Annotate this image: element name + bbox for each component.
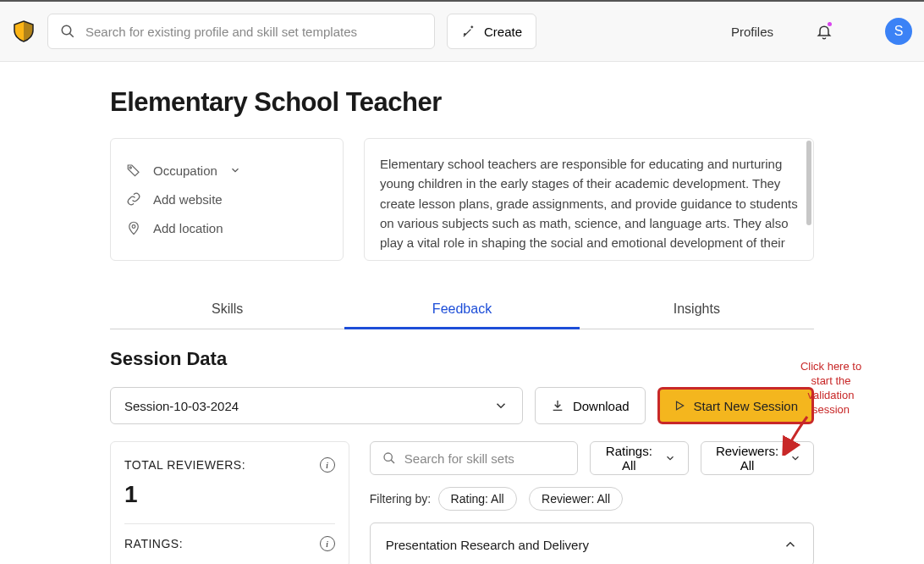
session-select-value: Session-10-03-2024 <box>124 399 239 413</box>
search-icon <box>382 451 396 465</box>
svg-point-3 <box>132 225 135 229</box>
link-icon <box>126 191 141 207</box>
skill-item-label: Presentation Research and Delivery <box>386 538 589 552</box>
download-label: Download <box>573 399 630 413</box>
ratings-filter-label: Ratings: All <box>602 444 656 473</box>
start-new-session-label: Start New Session <box>694 399 798 413</box>
chevron-down-icon <box>493 398 509 413</box>
skill-accordion-item[interactable]: Presentation Research and Delivery <box>370 523 814 564</box>
filter-chips-row: Filtering by: Rating: All Reviewer: All <box>370 487 814 511</box>
nav-profiles[interactable]: Profiles <box>731 25 773 39</box>
session-data-heading: Session Data <box>110 348 814 370</box>
global-search-input[interactable] <box>85 25 422 39</box>
description-text: Elementary school teachers are responsib… <box>380 157 798 250</box>
add-website-label: Add website <box>153 192 223 207</box>
ratings-label: RATINGS: <box>124 537 183 550</box>
info-icon[interactable]: i <box>320 536 335 551</box>
add-website-button[interactable]: Add website <box>126 185 327 213</box>
info-icon[interactable]: i <box>320 457 335 473</box>
filter-chip-reviewer[interactable]: Reviewer: All <box>529 487 623 511</box>
tab-bar: Skills Feedback Insights <box>110 291 814 329</box>
filtering-by-label: Filtering by: <box>370 492 431 506</box>
session-select[interactable]: Session-10-03-2024 <box>110 387 523 424</box>
filter-chip-rating[interactable]: Rating: All <box>438 487 517 511</box>
create-button-label: Create <box>484 25 522 39</box>
svg-point-2 <box>129 167 131 169</box>
svg-line-1 <box>69 33 74 37</box>
create-button[interactable]: Create <box>447 14 536 49</box>
occupation-label: Occupation <box>153 163 217 178</box>
app-logo <box>12 19 36 43</box>
description-card: Elementary school teachers are responsib… <box>364 138 814 261</box>
description-scrollbar[interactable] <box>806 141 811 225</box>
chevron-down-icon <box>664 452 676 464</box>
svg-point-5 <box>384 453 392 461</box>
svg-point-0 <box>62 25 71 35</box>
chevron-down-icon <box>229 164 241 176</box>
stats-card: TOTAL REVIEWERS: i 1 RATINGS: i <box>110 441 349 564</box>
notifications-button[interactable] <box>816 23 833 40</box>
skill-search-input[interactable] <box>404 451 565 466</box>
page-title: Elementary School Teacher <box>110 87 814 118</box>
total-reviewers-label: TOTAL REVIEWERS: <box>124 458 245 472</box>
occupation-field[interactable]: Occupation <box>126 156 327 185</box>
magic-wand-icon <box>461 25 476 39</box>
callout-arrow-icon <box>780 413 814 456</box>
tab-insights[interactable]: Insights <box>580 291 814 329</box>
play-icon <box>674 400 685 412</box>
chevron-up-icon <box>783 537 798 552</box>
tag-icon <box>126 163 141 178</box>
total-reviewers-value: 1 <box>124 481 335 508</box>
meta-card: Occupation Add website Add location <box>110 138 344 261</box>
callout-text: Click here to start the validation sessi… <box>789 360 873 417</box>
reviewers-filter-label: Reviewers: All <box>713 444 781 473</box>
add-location-label: Add location <box>153 221 223 235</box>
ratings-filter-button[interactable]: Ratings: All <box>590 441 689 475</box>
svg-marker-4 <box>676 401 683 409</box>
add-location-button[interactable]: Add location <box>126 213 327 242</box>
search-icon <box>60 24 75 39</box>
svg-line-6 <box>391 460 394 463</box>
top-bar: Create Profiles S <box>0 0 924 62</box>
tab-feedback[interactable]: Feedback <box>344 291 579 329</box>
download-icon <box>551 399 564 412</box>
global-search[interactable] <box>47 14 435 49</box>
download-button[interactable]: Download <box>535 387 646 424</box>
user-avatar[interactable]: S <box>885 18 912 45</box>
tab-skills[interactable]: Skills <box>110 291 344 329</box>
skill-search[interactable] <box>370 441 578 475</box>
pin-icon <box>126 220 141 235</box>
